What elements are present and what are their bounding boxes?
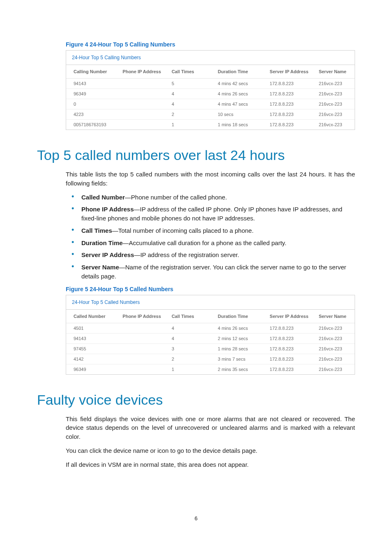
table-row: 044 mins 47 secs172.8.8.223216vcx-223 (66, 99, 355, 109)
th-phone-ip: Phone IP Address (115, 65, 164, 79)
table-row: 450144 mins 26 secs172.8.8.223216vcx-223 (66, 323, 355, 333)
cell-duration: 4 mins 26 secs (210, 323, 262, 333)
list-desc: —Phone number of the called phone. (125, 194, 227, 201)
field-list: Called Number—Phone number of the called… (66, 193, 355, 281)
cell-call-times: 1 (164, 120, 210, 130)
cell-server-name[interactable]: 216vcx-223 (311, 354, 355, 364)
cell-number[interactable]: 4501 (66, 323, 115, 333)
cell-server-name[interactable]: 216vcx-223 (311, 79, 355, 89)
cell-number[interactable]: 94143 (66, 79, 115, 89)
cell-server-ip: 172.8.8.223 (262, 343, 311, 354)
page-number: 6 (0, 515, 392, 521)
cell-phone-ip (115, 120, 164, 130)
cell-call-times: 3 (164, 343, 210, 354)
figure-4-caption: Figure 4 24-Hour Top 5 Calling Numbers (66, 41, 355, 48)
cell-server-ip: 172.8.8.223 (262, 109, 311, 120)
th-server-ip: Server IP Address (262, 65, 311, 79)
cell-number[interactable]: 96349 (66, 89, 115, 99)
table-row: 414223 mins 7 secs172.8.8.223216vcx-223 (66, 354, 355, 364)
list-desc: —IP address of the registration server. (134, 251, 239, 258)
cell-duration: 1 mins 18 secs (210, 120, 262, 130)
called-numbers-table: Called Number Phone IP Address Call Time… (66, 310, 355, 374)
cell-phone-ip (115, 89, 164, 99)
cell-phone-ip (115, 323, 164, 333)
cell-number[interactable]: 4223 (66, 109, 115, 120)
cell-call-times: 1 (164, 364, 210, 374)
figure-4-panel: 24-Hour Top 5 Calling Numbers Calling Nu… (66, 50, 355, 130)
th-call-times: Call Times (164, 65, 210, 79)
cell-duration: 4 mins 42 secs (210, 79, 262, 89)
cell-server-ip: 172.8.8.223 (262, 364, 311, 374)
cell-call-times: 4 (164, 323, 210, 333)
section2-p3: If all devices in VSM are in normal stat… (66, 460, 355, 469)
cell-server-name[interactable]: 216vcx-223 (311, 364, 355, 374)
table-row: 9414342 mins 12 secs172.8.8.223216vcx-22… (66, 333, 355, 343)
cell-number[interactable]: 97455 (66, 343, 115, 354)
heading-top5-called: Top 5 called numbers over last 24 hours (37, 147, 355, 163)
table-row: 4223210 secs172.8.8.223216vcx-223 (66, 109, 355, 120)
cell-server-ip: 172.8.8.223 (262, 99, 311, 109)
table-head: Calling Number Phone IP Address Call Tim… (66, 65, 355, 79)
list-desc: —Accumulative call duration for a phone … (123, 239, 286, 246)
cell-phone-ip (115, 79, 164, 89)
section2-p1: This field displays the voice devices wi… (66, 415, 355, 441)
list-item: Duration Time—Accumulative call duration… (77, 239, 355, 248)
list-item: Phone IP Address—IP address of the calle… (77, 205, 355, 223)
cell-call-times: 2 (164, 109, 210, 120)
list-term: Called Number (81, 194, 125, 201)
table-row: 9745531 mins 28 secs172.8.8.223216vcx-22… (66, 343, 355, 354)
cell-duration: 3 mins 7 secs (210, 354, 262, 364)
cell-phone-ip (115, 343, 164, 354)
list-item: Called Number—Phone number of the called… (77, 193, 355, 202)
cell-server-name[interactable]: 216vcx-223 (311, 120, 355, 130)
th-called-number: Called Number (66, 310, 115, 323)
cell-phone-ip (115, 354, 164, 364)
list-desc: —Name of the registration server. You ca… (81, 264, 346, 280)
list-desc: —Total number of incoming calls placed t… (112, 227, 254, 234)
cell-phone-ip (115, 364, 164, 374)
cell-server-ip: 172.8.8.223 (262, 323, 311, 333)
cell-call-times: 4 (164, 333, 210, 343)
table-row: 005718676319311 mins 18 secs172.8.8.2232… (66, 120, 355, 130)
cell-phone-ip (115, 109, 164, 120)
cell-server-name[interactable]: 216vcx-223 (311, 99, 355, 109)
cell-server-ip: 172.8.8.223 (262, 79, 311, 89)
figure-5-panel-title: 24-Hour Top 5 Called Numbers (66, 295, 355, 310)
cell-duration: 2 mins 35 secs (210, 364, 262, 374)
figure-5-caption: Figure 5 24-Hour Top 5 Called Numbers (66, 286, 355, 292)
table-row: 9634912 mins 35 secs172.8.8.223216vcx-22… (66, 364, 355, 374)
cell-server-ip: 172.8.8.223 (262, 120, 311, 130)
cell-server-name[interactable]: 216vcx-223 (311, 89, 355, 99)
calling-numbers-table: Calling Number Phone IP Address Call Tim… (66, 65, 355, 130)
cell-duration: 1 mins 28 secs (210, 343, 262, 354)
th-call-times: Call Times (164, 310, 210, 323)
th-calling-number: Calling Number (66, 65, 115, 79)
list-item: Call Times—Total number of incoming call… (77, 226, 355, 235)
cell-server-ip: 172.8.8.223 (262, 333, 311, 343)
cell-number[interactable]: 4142 (66, 354, 115, 364)
cell-phone-ip (115, 99, 164, 109)
cell-duration: 2 mins 12 secs (210, 333, 262, 343)
cell-server-ip: 172.8.8.223 (262, 354, 311, 364)
cell-duration: 4 mins 47 secs (210, 99, 262, 109)
cell-server-name[interactable]: 216vcx-223 (311, 333, 355, 343)
figure-5-panel: 24-Hour Top 5 Called Numbers Called Numb… (66, 295, 355, 375)
cell-call-times: 4 (164, 99, 210, 109)
cell-call-times: 5 (164, 79, 210, 89)
cell-call-times: 4 (164, 89, 210, 99)
cell-call-times: 2 (164, 354, 210, 364)
cell-duration: 4 mins 26 secs (210, 89, 262, 99)
cell-number[interactable]: 96349 (66, 364, 115, 374)
cell-server-name[interactable]: 216vcx-223 (311, 109, 355, 120)
cell-number[interactable]: 0 (66, 99, 115, 109)
cell-server-name[interactable]: 216vcx-223 (311, 323, 355, 333)
list-term: Server Name (81, 264, 119, 271)
heading-faulty-voice-devices: Faulty voice devices (37, 392, 355, 408)
cell-number[interactable]: 0057186763193 (66, 120, 115, 130)
list-item: Server Name—Name of the registration ser… (77, 263, 355, 281)
section2-p2: You can click the device name or icon to… (66, 446, 355, 455)
cell-phone-ip (115, 333, 164, 343)
th-phone-ip: Phone IP Address (115, 310, 164, 323)
cell-number[interactable]: 94143 (66, 333, 115, 343)
cell-server-name[interactable]: 216vcx-223 (311, 343, 355, 354)
